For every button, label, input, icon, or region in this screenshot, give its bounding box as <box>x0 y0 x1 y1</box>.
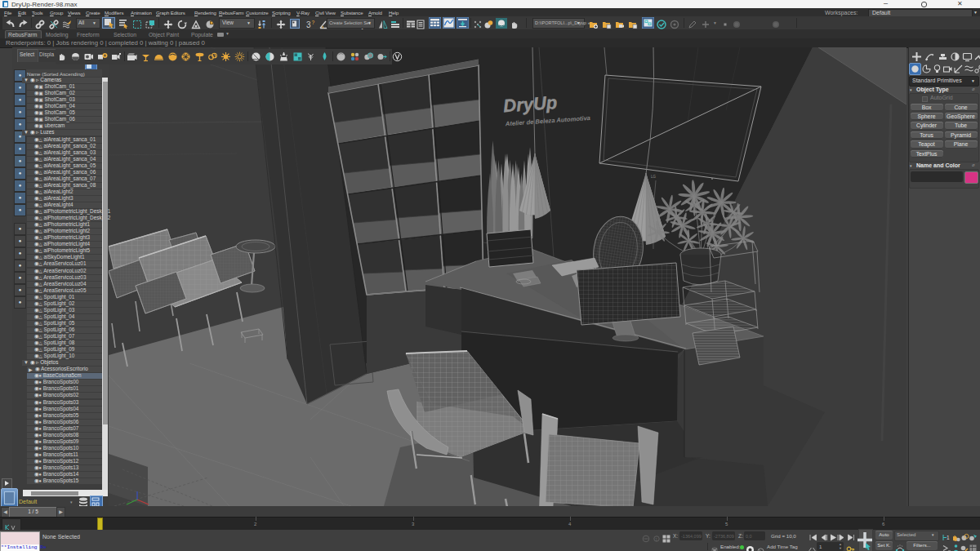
svg-text:3: 3 <box>306 20 311 29</box>
svg-text:DryUp: DryUp <box>502 92 558 117</box>
svg-text:?: ? <box>312 20 315 25</box>
svg-text:1: 1 <box>947 535 950 540</box>
svg-text:LG: LG <box>651 175 657 179</box>
